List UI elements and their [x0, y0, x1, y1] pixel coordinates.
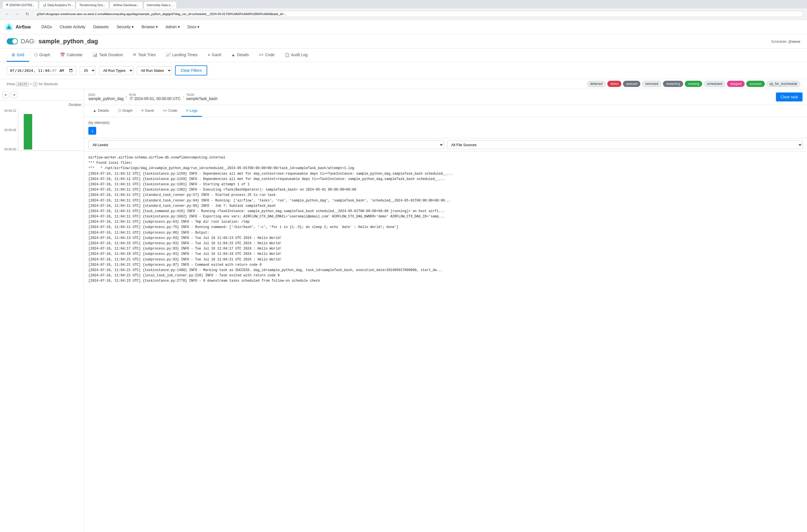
dag-toggle[interactable] — [7, 38, 18, 44]
badge-failed[interactable]: failed — [607, 81, 622, 87]
airflow-logo-text: Airflow — [16, 24, 31, 30]
nav-security[interactable]: Security ▾ — [113, 20, 138, 34]
browser-tabs: ❄ [SNOW-224758]... 📊 Data Analytics Pr..… — [0, 0, 807, 8]
status-badges-row: deferred failed queued removed restartin… — [587, 81, 800, 87]
badge-restarting[interactable]: restarting — [663, 81, 683, 87]
dag-label: DAG: — [21, 38, 36, 45]
task-section: Task sampleTask_bash — [186, 93, 218, 101]
task-tabs: ▲ Details ⬡ Graph ≡ Gantt <> Code ≡ Lo — [84, 105, 807, 117]
badge-queued[interactable]: queued — [623, 81, 640, 87]
clear-task-button[interactable]: Clear task — [776, 93, 803, 101]
tab-audit-log[interactable]: 📋 Audit Log — [280, 49, 313, 62]
url-bar[interactable] — [34, 11, 804, 17]
shift-key: shift — [16, 82, 29, 87]
badge-running[interactable]: running — [685, 81, 702, 87]
docs-dropdown-icon: ▾ — [197, 24, 199, 29]
nav-browse[interactable]: Browse ▾ — [137, 20, 162, 34]
tab-landing-times[interactable]: 📈 Landing Times — [161, 49, 203, 62]
task-tab-details[interactable]: ▲ Details — [88, 105, 113, 117]
active-tab[interactable]: ❄ [SNOW-224758]... — [2, 1, 38, 8]
schedule-value: @once — [788, 39, 800, 43]
tab-code[interactable]: <> Code — [254, 49, 280, 62]
topbar: Airflow DAGs Cluster Activity Datasets S… — [0, 20, 807, 34]
tab-gantt[interactable]: ≡ Gantt — [203, 49, 226, 62]
top-nav: DAGs Cluster Activity Datasets Security … — [37, 20, 203, 34]
reload-button[interactable]: ↻ — [23, 10, 31, 18]
badge-deferred[interactable]: deferred — [587, 81, 606, 87]
nav-docs[interactable]: Docs ▾ — [184, 20, 204, 34]
task-code-icon: <> — [163, 109, 167, 113]
slash-key: / — [33, 82, 38, 87]
back-button[interactable]: ← — [3, 10, 11, 18]
duration-header: Duration — [2, 103, 81, 107]
landing-times-icon: 📈 — [166, 53, 170, 57]
tab-3[interactable]: Terraforming Sno... — [76, 1, 109, 8]
admin-dropdown-icon: ▾ — [178, 24, 180, 29]
tab-details[interactable]: ▲ Details — [226, 49, 254, 62]
run-icon: ⏱ — [129, 96, 133, 101]
tab-graph[interactable]: ⬡ Graph — [29, 49, 55, 62]
attempt-1-button[interactable]: 1 — [88, 127, 96, 135]
tab-grid[interactable]: ⊞ Grid — [7, 49, 29, 62]
tab-label-5: Internship Data e... — [147, 3, 173, 7]
task-tab-logs[interactable]: ≡ Logs — [182, 105, 202, 117]
log-controls: All Levels All File Sources — [84, 138, 807, 152]
main-tab-bar: ⊞ Grid ⬡ Graph 📅 Calendar 📊 Task Duratio… — [0, 49, 807, 62]
clear-filters-button[interactable]: Clear Filters — [175, 65, 207, 75]
nav-dags[interactable]: DAGs — [37, 20, 56, 34]
task-tries-icon: ⟳ — [133, 53, 136, 57]
tab-calendar[interactable]: 📅 Calendar — [55, 49, 88, 62]
task-gantt-icon: ≡ — [142, 109, 144, 113]
badge-success[interactable]: success — [746, 81, 765, 87]
sep-2: / — [183, 95, 184, 99]
tab-4[interactable]: Airflow Dashboar... — [110, 1, 143, 8]
gantt-icon: ≡ — [208, 53, 210, 57]
tab-2[interactable]: 📊 Data Analytics Pr... — [39, 1, 75, 8]
task-tab-code[interactable]: <> Code — [158, 105, 182, 117]
run-states-filter[interactable]: All Run States — [137, 66, 172, 75]
task-logs-icon: ≡ — [186, 109, 188, 113]
dag-name: sample_python_dag — [39, 38, 98, 45]
dag-breadcrumb-value: sample_python_dag — [88, 96, 124, 101]
badge-up-for-reschedule[interactable]: up_for_reschedule — [767, 81, 800, 87]
tab-5[interactable]: Internship Data e... — [144, 1, 177, 8]
task-tab-graph[interactable]: ⬡ Graph — [113, 105, 137, 117]
airflow-logo-icon — [4, 23, 14, 32]
tab-icon-2: 📊 — [42, 3, 47, 7]
nav-admin[interactable]: Admin ▾ — [162, 20, 184, 34]
dag-section: DAG sample_python_dag — [88, 93, 124, 101]
task-graph-icon: ⬡ — [118, 109, 121, 113]
badge-scheduled[interactable]: scheduled — [704, 81, 725, 87]
attempts-label: (by attempts) — [88, 120, 803, 125]
browse-dropdown-icon: ▾ — [156, 24, 158, 29]
tab-task-tries[interactable]: ⟳ Task Tries — [128, 49, 161, 62]
log-sources-select[interactable]: All File Sources — [447, 140, 803, 149]
task-tab-gantt[interactable]: ≡ Gantt — [137, 105, 158, 117]
main-content: « » Duration 00:00:12 00:00:08 00:00:00 — [0, 89, 807, 532]
task-breadcrumb-value: sampleTask_bash — [186, 96, 218, 101]
duration-chart: Duration 00:00:12 00:00:08 00:00:00 — [0, 100, 84, 532]
collapse-button[interactable]: « — [2, 91, 9, 98]
log-level-select[interactable]: All Levels — [88, 140, 444, 149]
badge-skipped[interactable]: skipped — [727, 81, 745, 87]
y-label-1: 00:00:12 — [4, 109, 16, 112]
airflow-app: Airflow DAGs Cluster Activity Datasets S… — [0, 20, 807, 532]
right-panel: DAG sample_python_dag / Run ⏱ 2024-05-01… — [84, 89, 807, 532]
airflow-logo[interactable]: Airflow — [4, 23, 31, 32]
code-icon: <> — [259, 53, 263, 57]
schedule-badge: Schedule: @once — [771, 39, 800, 43]
nav-cluster-activity[interactable]: Cluster Activity — [56, 20, 90, 34]
date-filter[interactable] — [7, 66, 76, 75]
expand-button[interactable]: » — [11, 91, 18, 98]
tab-label: [SNOW-224758]... — [10, 3, 35, 7]
run-breadcrumb-value: ⏱ 2024-05-01, 00:00:00 UTC — [129, 96, 181, 101]
tab-label-2: Data Analytics Pr... — [48, 3, 73, 7]
forward-button[interactable]: → — [14, 10, 21, 18]
nav-datasets[interactable]: Datasets — [89, 20, 112, 34]
badge-removed[interactable]: removed — [642, 81, 661, 87]
task-header: DAG sample_python_dag / Run ⏱ 2024-05-01… — [84, 89, 807, 105]
runs-filter[interactable]: 25 — [80, 66, 96, 75]
tab-task-duration[interactable]: 📊 Task Duration — [88, 49, 128, 62]
run-types-filter[interactable]: All Run Types — [99, 66, 133, 75]
page-header: DAG: sample_python_dag Schedule: @once — [0, 34, 807, 49]
